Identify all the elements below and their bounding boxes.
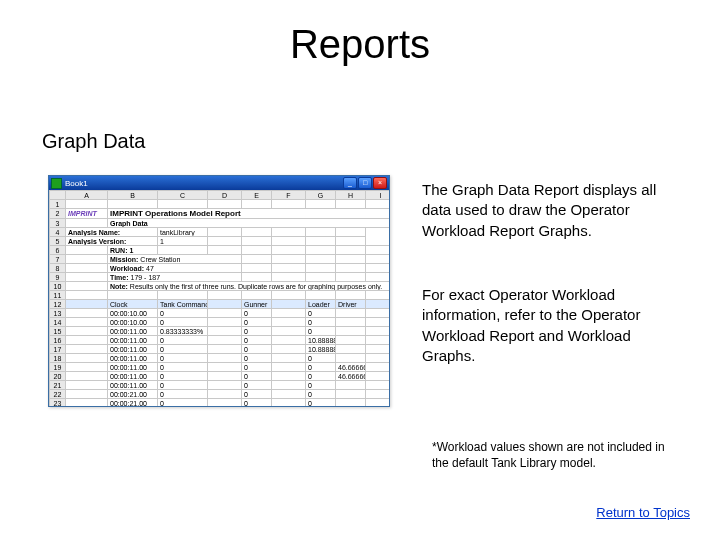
- cell: [306, 264, 336, 273]
- cell: 0: [306, 372, 336, 381]
- cell: [66, 273, 108, 282]
- cell: [366, 200, 391, 209]
- cell: [366, 273, 391, 282]
- row-number: 22: [50, 390, 66, 399]
- cell: [208, 228, 242, 237]
- cell: [366, 327, 391, 336]
- cell: 0: [306, 390, 336, 399]
- cell: [366, 390, 391, 399]
- close-button[interactable]: ×: [373, 177, 387, 189]
- row-number: 7: [50, 255, 66, 264]
- cell: Clock: [108, 300, 158, 309]
- cell: [306, 255, 336, 264]
- column-header: H: [336, 191, 366, 200]
- cell: Graph Data: [108, 219, 391, 228]
- cell: [366, 363, 391, 372]
- cell: [306, 273, 336, 282]
- cell: [208, 200, 242, 209]
- return-to-topics-link[interactable]: Return to Topics: [596, 505, 690, 520]
- column-header: G: [306, 191, 336, 200]
- row-number: 2: [50, 209, 66, 219]
- cell: [306, 200, 336, 209]
- cell: [336, 345, 366, 354]
- column-header: B: [108, 191, 158, 200]
- cell: 0: [306, 327, 336, 336]
- cell: 0: [158, 372, 208, 381]
- cell: [66, 381, 108, 390]
- cell: 0: [242, 363, 272, 372]
- row-number: 3: [50, 219, 66, 228]
- cell: 0: [242, 399, 272, 408]
- cell: [272, 200, 306, 209]
- cell: [242, 228, 272, 237]
- cell: 0: [306, 363, 336, 372]
- row-number: 23: [50, 399, 66, 408]
- cell: 0: [242, 354, 272, 363]
- cell: 0: [306, 318, 336, 327]
- cell: [336, 354, 366, 363]
- column-header: C: [158, 191, 208, 200]
- cell: 0: [158, 363, 208, 372]
- cell: [242, 291, 272, 300]
- cell: [366, 345, 391, 354]
- cell: [366, 381, 391, 390]
- cell: [208, 363, 242, 372]
- cell: Tank Commander: [158, 300, 208, 309]
- cell: [336, 255, 366, 264]
- cell: [272, 363, 306, 372]
- cell: [158, 200, 208, 209]
- cell: Gunner: [242, 300, 272, 309]
- cell: 0: [158, 390, 208, 399]
- spreadsheet-screenshot: Book1 _ □ × ABCDEFGHI12IMPRINTIMPRINT Op…: [48, 175, 390, 407]
- cell: RUN: 1: [108, 246, 158, 255]
- cell: [336, 309, 366, 318]
- cell: [366, 354, 391, 363]
- cell: [208, 291, 242, 300]
- cell: [242, 237, 272, 246]
- cell: [272, 300, 306, 309]
- cell: [208, 399, 242, 408]
- row-number: 17: [50, 345, 66, 354]
- cell: 0: [242, 372, 272, 381]
- cell: [208, 372, 242, 381]
- cell: [272, 291, 306, 300]
- maximize-button[interactable]: □: [358, 177, 372, 189]
- cell: [272, 264, 306, 273]
- cell: [66, 255, 108, 264]
- cell: 0: [242, 345, 272, 354]
- cell: [306, 246, 336, 255]
- cell: Analysis Name:: [66, 228, 158, 237]
- cell: [242, 255, 272, 264]
- cell: Time: 179 - 187: [108, 273, 242, 282]
- cell: [272, 255, 306, 264]
- cell: [242, 273, 272, 282]
- cell: 0: [306, 354, 336, 363]
- cell: [66, 219, 108, 228]
- cell: 46.6666666: [336, 372, 366, 381]
- row-number: 4: [50, 228, 66, 237]
- row-number: 11: [50, 291, 66, 300]
- cell: [336, 246, 366, 255]
- cell: 00:00:11.00: [108, 327, 158, 336]
- cell: 0: [158, 345, 208, 354]
- cell: [158, 246, 208, 255]
- body-paragraph-2: For exact Operator Workload information,…: [422, 285, 682, 366]
- minimize-button[interactable]: _: [343, 177, 357, 189]
- cell: 0: [158, 318, 208, 327]
- cell: [66, 390, 108, 399]
- cell: [208, 336, 242, 345]
- cell: [336, 200, 366, 209]
- cell: 0: [306, 399, 336, 408]
- cell: [66, 372, 108, 381]
- cell: [272, 309, 306, 318]
- cell: [272, 336, 306, 345]
- cell: [366, 246, 391, 255]
- cell: [66, 318, 108, 327]
- cell: Mission: Crew Station: [108, 255, 242, 264]
- cell: 00:00:11.00: [108, 354, 158, 363]
- cell: 0: [242, 336, 272, 345]
- cell: [208, 309, 242, 318]
- cell: [66, 336, 108, 345]
- column-header: D: [208, 191, 242, 200]
- cell: [208, 381, 242, 390]
